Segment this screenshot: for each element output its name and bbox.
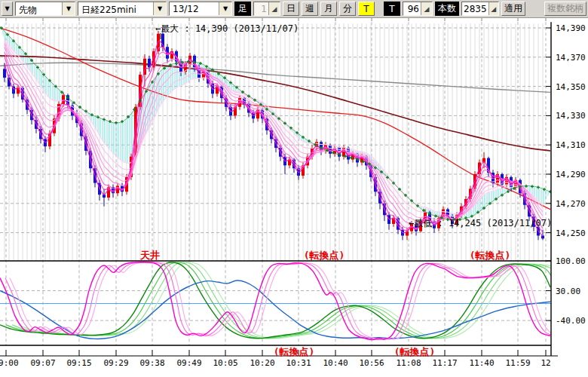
spinner-icon[interactable]: ◢ [268,2,280,15]
time-axis-label: 10:56 [359,358,384,368]
time-axis-label: 09:15 [66,358,91,368]
chart-application-window: ▼ 先物 ▼ 日経225mini ▼ 13/12 ▼ 足 1 ◢ 日 週 月 分… [0,0,588,377]
spinner-icon[interactable]: ◢ [488,2,498,15]
edge-combo-arrow-icon[interactable]: ▼ [2,2,13,16]
bar-count-value: 2835 [462,2,488,15]
price-axis-label: 14,310 [556,140,586,150]
bar-count-label-button[interactable]: 本数 [435,2,459,16]
price-axis-label: 14,390 [556,23,586,33]
rci_mid_lag1-line [6,262,556,339]
time-axis-label: 09:38 [139,358,164,368]
price-axis-label: 14,250 [556,228,586,238]
instrument-type-combo[interactable]: 先物 ▼ [15,2,75,16]
gray_ma-line [0,63,550,92]
price-axis-label: 14,290 [556,170,586,179]
time-axis-label: 10:20 [250,358,274,368]
chevron-down-icon[interactable]: ▼ [153,2,166,15]
oscillator-axis-label: 30.00 [556,287,580,296]
time-axis-label: 11:17 [432,358,457,368]
price-axis-label: 14,270 [556,199,586,209]
price-axis-label: 14,350 [556,82,586,92]
apply-button[interactable]: 適用 [501,2,525,16]
candle [541,235,544,238]
time-axis-label: 11:40 [469,358,494,368]
rci_long-line [0,280,550,339]
time-axis-label: 10:40 [323,358,348,368]
min-price-annotation: ←最低 : 14,245 (2013/11/07) [409,218,552,228]
candle [116,186,119,194]
contract-month-value: 13/12 [170,2,219,15]
max-price-annotation: ←最大 : 14,390 (2013/11/07) [155,23,299,34]
chart-toolbar: ▼ 先物 ▼ 日経225mini ▼ 13/12 ▼ 足 1 ◢ 日 週 月 分… [0,0,588,18]
contract-month-combo[interactable]: 13/12 ▼ [169,2,232,16]
turning-point-annotation: 天井 [139,250,160,261]
maroon_ma-line [0,56,550,151]
tick-mode-button-active[interactable]: T [358,2,375,16]
time-axis-label: 09:29 [103,358,128,368]
time-axis-label: 10:05 [213,358,237,368]
time-axis-label: 09:07 [30,358,55,368]
time-axis-label: 10:31 [286,358,311,368]
chart-canvas[interactable]: 14,39014,37014,35014,33014,31014,29014,2… [0,18,588,377]
bar-count-spinner[interactable]: 2835 ◢ [461,2,499,16]
turning-point-annotation: (転換点) [470,250,511,261]
rci_mid_lag2-line [12,262,562,339]
price-axis-label: 14,330 [556,111,586,121]
oscillator-axis-label: -40.00 [556,316,586,326]
time-axis-label: 12 [541,358,550,368]
period-minute-button[interactable]: 分 [339,2,356,16]
tick-mode-button[interactable]: T [384,2,400,16]
candle [44,139,47,146]
candle [3,69,6,78]
interval-value: 1 [254,2,268,15]
price-axis-label: 14,370 [556,53,586,63]
symbol-value: 日経225mini [78,2,153,15]
oscillator-axis-label: 100.00 [556,256,586,266]
turning-point-annotation: (転換点) [274,346,315,357]
period-month-button[interactable]: 月 [320,2,337,16]
time-axis-label: 09:00 [0,358,19,368]
time-axis-label: 11:08 [396,358,421,368]
chevron-down-icon[interactable]: ▼ [219,2,231,15]
period-day-button[interactable]: 日 [283,2,299,16]
symbol-combo[interactable]: 日経225mini ▼ [78,2,167,16]
period-week-button[interactable]: 週 [302,2,318,16]
time-axis-label: 11:59 [505,358,530,368]
candle [103,195,106,198]
interval-spinner[interactable]: 1 ◢ [253,2,280,16]
turning-point-annotation: (転換点) [394,346,436,357]
tick-count-value: 96 [403,2,421,15]
time-axis-label: 09:49 [176,358,201,368]
oscillator-panel [0,262,568,340]
multi-symbol-button[interactable]: 複数銘柄 [544,2,586,16]
ashi-bar-button[interactable]: 足 [234,2,251,16]
tick-count-spinner[interactable]: 96 ◢ [403,2,433,16]
spinner-icon[interactable]: ◢ [421,2,432,15]
instrument-type-value: 先物 [16,2,62,15]
chevron-down-icon[interactable]: ▼ [62,2,75,15]
turning-point-annotation: (転換点) [304,250,345,261]
